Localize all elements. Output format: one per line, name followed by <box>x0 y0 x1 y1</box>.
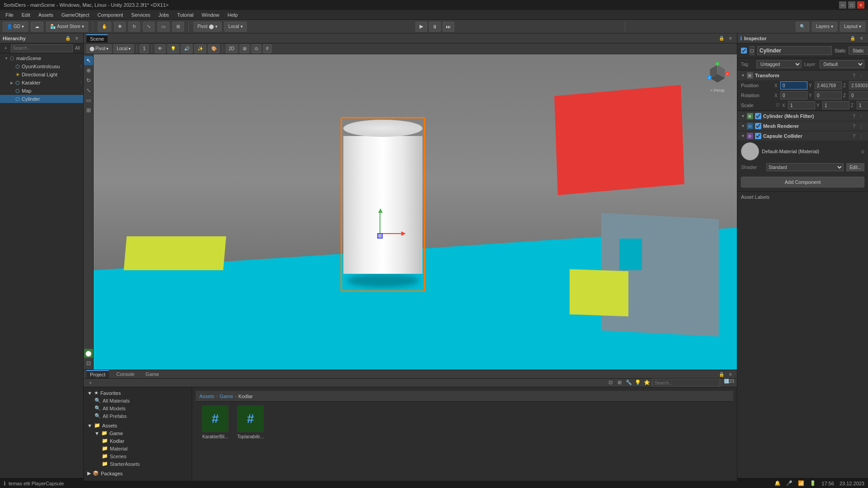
scale-tool[interactable]: ⤡ <box>143 22 155 32</box>
transform-tool[interactable]: ⊞ <box>172 22 184 32</box>
rotate-3d-tool-btn[interactable]: ↻ <box>84 76 93 85</box>
maximize-button[interactable]: □ <box>848 1 855 9</box>
grid-snap-btn[interactable]: 1 <box>140 44 149 53</box>
local-scene-btn[interactable]: Local ▾ <box>113 44 134 53</box>
select-tool-btn[interactable]: ↖ <box>84 56 93 65</box>
position-x-field[interactable] <box>780 81 807 89</box>
2d-toggle-btn[interactable]: 2D <box>226 44 238 53</box>
breadcrumb-game[interactable]: Game <box>220 394 233 399</box>
hierarchy-item-directional-light[interactable]: ☀ Directional Light <box>0 70 83 79</box>
hand-tool[interactable]: ✋ <box>98 22 111 32</box>
inspector-menu-icon[interactable]: ≡ <box>858 35 865 42</box>
breadcrumb-assets[interactable]: Assets <box>199 394 214 399</box>
proj-menu-icon[interactable]: ≡ <box>727 371 734 378</box>
mesh-filter-active[interactable] <box>755 113 761 119</box>
scene-menu-icon[interactable]: ≡ <box>727 35 734 42</box>
static-dropdown[interactable]: Static <box>849 47 868 55</box>
shader-edit-button[interactable]: Edit... <box>846 163 864 171</box>
move-3d-tool-btn[interactable]: ⊕ <box>84 66 93 75</box>
kodlar-folder-item[interactable]: 📁 Kodlar <box>85 437 190 445</box>
hierarchy-item-main-scene[interactable]: ▼ ⬡ mainScene <box>0 54 83 62</box>
scene-visibility-btn[interactable]: 👁 <box>155 44 165 53</box>
snap-tool-btn[interactable]: ⬤ <box>84 349 93 358</box>
proj-icon5[interactable]: ⭐ <box>643 379 651 386</box>
menu-window[interactable]: Window <box>198 11 223 19</box>
breadcrumb-kodlar[interactable]: Kodlar <box>238 394 253 399</box>
step-button[interactable]: ⏭ <box>443 22 454 32</box>
scale-link-icon[interactable]: ⊡ <box>774 101 781 108</box>
close-button[interactable]: ✕ <box>857 1 864 9</box>
rotate-tool[interactable]: ↻ <box>128 22 140 32</box>
packages-header[interactable]: ▶ 📦 Packages <box>85 469 190 477</box>
search-button[interactable]: 🔍 <box>796 22 809 32</box>
pause-button[interactable]: ⏸ <box>429 22 441 32</box>
menu-edit[interactable]: Edit <box>18 11 34 19</box>
mesh-renderer-menu-icon[interactable]: ⋮ <box>858 123 864 129</box>
proj-icon4[interactable]: 💡 <box>634 379 642 386</box>
scale-3d-tool-btn[interactable]: ⤡ <box>84 86 93 95</box>
all-materials-item[interactable]: 🔍 All Materials <box>85 397 190 404</box>
position-y-field[interactable] <box>815 81 842 89</box>
scenes-folder-item[interactable]: 📁 Scenes <box>85 452 190 460</box>
transform-3d-tool-btn[interactable]: ⊞ <box>84 106 93 115</box>
scene-gizmo-btn[interactable]: ⊙ <box>251 44 261 53</box>
asset-item-0[interactable]: # KarakterBil... <box>199 405 231 439</box>
tag-dropdown[interactable]: Untagged <box>756 60 802 68</box>
custom-tool-btn[interactable]: ⊡ <box>84 359 93 368</box>
menu-help[interactable]: Help <box>224 11 241 19</box>
capsule-collider-menu-icon[interactable]: ⋮ <box>858 133 864 139</box>
assets-header[interactable]: ▼ 📁 Assets <box>85 422 190 429</box>
all-models-item[interactable]: 🔍 All Models <box>85 404 190 412</box>
add-component-button[interactable]: Add Component <box>741 177 864 188</box>
project-tab[interactable]: Project <box>86 370 109 378</box>
scene-tab[interactable]: Scene <box>86 34 108 42</box>
transform-header[interactable]: ▼ ⊞ Transform ? ⋮ <box>737 70 868 80</box>
menu-gameobject[interactable]: GameObject <box>58 11 93 19</box>
proj-lock-icon[interactable]: 🔒 <box>718 371 725 378</box>
starter-assets-folder-item[interactable]: 📁 StarterAssets <box>85 460 190 468</box>
scene-light-btn[interactable]: 💡 <box>167 44 179 53</box>
scale-x-field[interactable] <box>788 101 815 109</box>
karakter-menu-icon[interactable]: ⋮ <box>79 80 83 85</box>
hierarchy-item-oyun[interactable]: ⬡ OyunKontrolcusu ⋮ <box>0 62 83 70</box>
mesh-filter-info-icon[interactable]: ? <box>851 113 857 119</box>
project-search[interactable] <box>652 379 720 387</box>
cloud-button[interactable]: ☁ <box>31 22 43 32</box>
menu-jobs[interactable]: Jobs <box>155 11 173 19</box>
scene-viewport[interactable]: ↖ ⊕ ↻ ⤡ ▭ ⊞ ⬤ ⊡ <box>84 54 737 370</box>
transform-menu-icon[interactable]: ⋮ <box>858 72 864 79</box>
scene-audio-btn[interactable]: 🔊 <box>181 44 193 53</box>
mesh-renderer-header[interactable]: ▼ ▭ Mesh Renderer ? ⋮ <box>737 122 868 131</box>
capsule-collider-header[interactable]: ▼ ⊙ Capsule Collider ? ⋮ <box>737 131 868 141</box>
rotation-z-field[interactable] <box>849 91 868 99</box>
shader-select[interactable]: Standard <box>766 163 844 171</box>
minimize-button[interactable]: ─ <box>839 1 846 9</box>
layout-button[interactable]: Layout ▾ <box>840 22 865 32</box>
menu-tutorial[interactable]: Tutorial <box>174 11 197 19</box>
scale-y-field[interactable] <box>822 101 849 109</box>
asset-store-button[interactable]: 🏪 Asset Store ▾ <box>46 22 88 32</box>
scene-lock-icon[interactable]: 🔒 <box>718 35 725 42</box>
rect-tool[interactable]: ▭ <box>157 22 170 32</box>
rotation-x-field[interactable] <box>780 91 807 99</box>
rotation-y-field[interactable] <box>815 91 842 99</box>
hierarchy-item-cylinder[interactable]: ⬡ Cylinder <box>0 95 83 103</box>
menu-services[interactable]: Services <box>127 11 154 19</box>
mesh-filter-header[interactable]: ▼ ⊞ Cylinder (Mesh Filter) ? ⋮ <box>737 112 868 121</box>
hierarchy-search[interactable] <box>11 44 73 52</box>
mesh-filter-menu-icon[interactable]: ⋮ <box>858 113 864 119</box>
proj-icon2[interactable]: ⊞ <box>616 379 623 386</box>
menu-assets[interactable]: Assets <box>35 11 57 19</box>
scene-shading-btn[interactable]: 🎨 <box>208 44 220 53</box>
notifications-icon[interactable]: 🔔 <box>774 480 781 486</box>
material-folder-item[interactable]: 📁 Material <box>85 445 190 452</box>
hierarchy-lock-icon[interactable]: 🔒 <box>64 35 71 42</box>
cylinder-container[interactable] <box>344 120 423 287</box>
game-tab[interactable]: Game <box>142 371 163 378</box>
scene-grid-btn[interactable]: # <box>263 44 272 53</box>
menu-file[interactable]: File <box>2 11 17 19</box>
mesh-renderer-active[interactable] <box>755 123 761 129</box>
position-z-field[interactable] <box>849 81 868 89</box>
capsule-collider-active[interactable] <box>755 133 761 139</box>
add-hierarchy-icon[interactable]: + <box>2 44 10 52</box>
